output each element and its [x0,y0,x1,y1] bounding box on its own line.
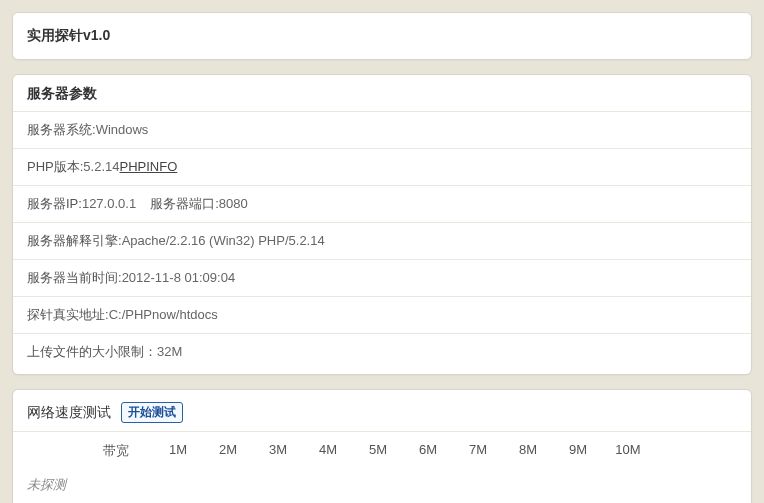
bandwidth-tick: 6M [403,442,453,460]
bandwidth-scale: 带宽 1M 2M 3M 4M 5M 6M 7M 8M 9M 10M [13,432,751,470]
bandwidth-tick: 7M [453,442,503,460]
os-value: Windows [96,122,149,137]
engine-label: 服务器解释引擎: [27,233,122,248]
bandwidth-tick: 2M [203,442,253,460]
speed-test-panel: 网络速度测试 开始测试 带宽 1M 2M 3M 4M 5M 6M 7M 8M 9… [12,389,752,503]
probe-path-value: C:/PHPnow/htdocs [109,307,218,322]
row-upload-limit: 上传文件的大小限制：32M [13,334,751,370]
time-value: 2012-11-8 01:09:04 [122,270,235,285]
row-time: 服务器当前时间:2012-11-8 01:09:04 [13,260,751,297]
upload-limit-label: 上传文件的大小限制： [27,344,157,359]
page-title: 实用探针v1.0 [13,13,751,59]
bandwidth-tick: 8M [503,442,553,460]
php-version-label: PHP版本: [27,159,83,174]
php-version-value: 5.2.14 [83,159,119,174]
row-probe-path: 探针真实地址:C:/PHPnow/htdocs [13,297,751,334]
start-test-button[interactable]: 开始测试 [121,402,183,423]
bandwidth-tick: 10M [603,442,653,460]
title-panel: 实用探针v1.0 [12,12,752,60]
engine-value: Apache/2.2.16 (Win32) PHP/5.2.14 [122,233,325,248]
speed-test-header: 网络速度测试 开始测试 [13,390,751,431]
os-label: 服务器系统: [27,122,96,137]
upload-limit-value: 32M [157,344,182,359]
row-php-version: PHP版本:5.2.14PHPINFO [13,149,751,186]
port-value: 8080 [219,196,248,211]
server-params-body: 服务器系统:Windows PHP版本:5.2.14PHPINFO 服务器IP:… [13,112,751,374]
bandwidth-tick: 4M [303,442,353,460]
time-label: 服务器当前时间: [27,270,122,285]
server-params-panel: 服务器参数 服务器系统:Windows PHP版本:5.2.14PHPINFO … [12,74,752,375]
bandwidth-tick: 9M [553,442,603,460]
speed-test-title: 网络速度测试 [27,404,111,422]
ip-label: 服务器IP: [27,196,82,211]
row-engine: 服务器解释引擎:Apache/2.2.16 (Win32) PHP/5.2.14 [13,223,751,260]
bandwidth-tick: 5M [353,442,403,460]
server-params-title: 服务器参数 [13,75,751,111]
bandwidth-label: 带宽 [103,442,153,460]
not-measured-text: 未探测 [13,470,751,503]
row-ip-port: 服务器IP:127.0.0.1服务器端口:8080 [13,186,751,223]
phpinfo-link[interactable]: PHPINFO [120,159,178,174]
ip-value: 127.0.0.1 [82,196,136,211]
port-label: 服务器端口: [150,196,219,211]
row-os: 服务器系统:Windows [13,112,751,149]
bandwidth-tick: 1M [153,442,203,460]
probe-path-label: 探针真实地址: [27,307,109,322]
bandwidth-tick: 3M [253,442,303,460]
